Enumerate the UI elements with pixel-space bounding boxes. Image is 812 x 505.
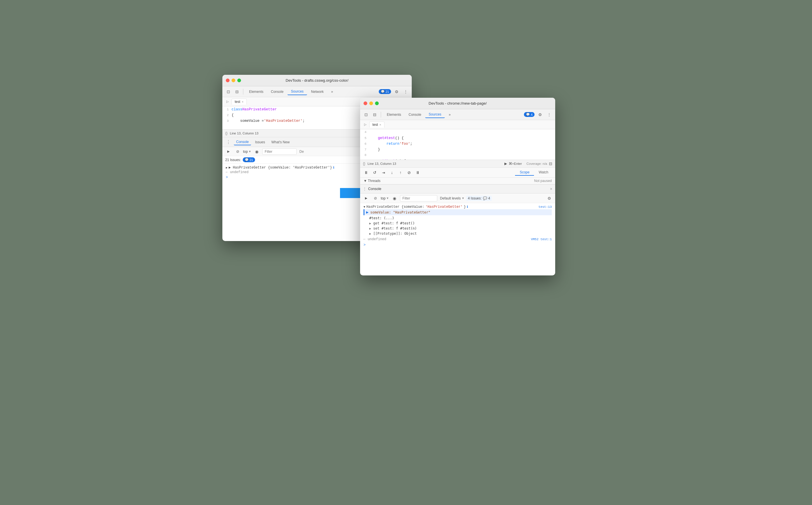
settings-icon-front[interactable]: ⚙ bbox=[536, 111, 544, 118]
eye-icon-back[interactable]: ◉ bbox=[253, 148, 260, 155]
prop-someValue: someValue: "HasPrivateGetter" bbox=[370, 210, 430, 214]
status-text-front: Line 13, Column 13 bbox=[367, 162, 396, 165]
stop-btn[interactable]: ⏸ bbox=[414, 169, 422, 176]
window-title-back: DevTools - drafts.csswg.org/css-color/ bbox=[286, 78, 349, 82]
default-label-back: De bbox=[300, 150, 304, 154]
scope-tab[interactable]: Scope bbox=[515, 169, 534, 176]
file-tab-front[interactable]: test × bbox=[369, 122, 384, 128]
tab-console-front[interactable]: Console bbox=[405, 112, 425, 118]
default-levels-front[interactable]: Default levels ▼ bbox=[440, 196, 465, 200]
file-tab-bar-front: ▷ test × bbox=[360, 120, 555, 129]
tab-bar-front: Elements Console Sources » bbox=[383, 111, 523, 118]
pause-btn[interactable]: ⏸ bbox=[362, 169, 370, 176]
minimize-button-back[interactable] bbox=[232, 78, 235, 82]
watch-tab[interactable]: Watch bbox=[534, 169, 553, 176]
not-paused: Not paused bbox=[534, 179, 552, 183]
tab-elements-back[interactable]: Elements bbox=[246, 89, 267, 95]
step-into-btn[interactable]: ↓ bbox=[388, 169, 396, 176]
file-tab-back[interactable]: test × bbox=[232, 99, 247, 105]
prop-test-row: #test: (...) bbox=[363, 215, 552, 221]
console-panel-header: ⋮ Console × bbox=[360, 184, 555, 193]
debugger-resume-icon-front[interactable]: ▷ bbox=[362, 122, 368, 128]
undefined-row-front: ← undefined VM52 test:1 bbox=[363, 236, 552, 242]
whats-new-tab-back[interactable]: What's New bbox=[269, 139, 292, 145]
console-panel-title: Console bbox=[368, 187, 381, 191]
threads-row: ▼ Threads Not paused bbox=[360, 178, 555, 184]
close-button-front[interactable] bbox=[363, 102, 367, 105]
code-line-5: 5 get #test() { bbox=[360, 136, 555, 142]
filter-input-back[interactable] bbox=[262, 149, 297, 155]
tab-sources-front[interactable]: Sources bbox=[425, 111, 445, 118]
cursor-arrow: ▶ bbox=[366, 210, 368, 215]
tab-bar-back: Elements Console Sources Network » bbox=[246, 88, 378, 95]
maximize-button-back[interactable] bbox=[237, 78, 241, 82]
code-line-4: 4 bbox=[360, 130, 555, 136]
play-icon-front[interactable]: ▶ bbox=[362, 195, 370, 202]
window-front: DevTools - chrome://new-tab-page/ ⊡ ⊟ El… bbox=[360, 98, 555, 276]
inspect-icon-front[interactable]: ⊡ bbox=[362, 111, 370, 118]
maximize-button-front[interactable] bbox=[375, 102, 379, 105]
stop-icon-back[interactable]: ⊘ bbox=[234, 148, 241, 155]
tab-elements-front[interactable]: Elements bbox=[383, 112, 404, 118]
deactivate-btn[interactable]: ⊘ bbox=[405, 169, 413, 176]
file-tab-close-front[interactable]: × bbox=[379, 123, 381, 126]
step-out-btn[interactable]: ↑ bbox=[397, 169, 404, 176]
device-icon[interactable]: ⊟ bbox=[233, 88, 241, 96]
source-ref-front[interactable]: test:13 bbox=[539, 205, 552, 209]
traffic-lights-back bbox=[226, 78, 241, 82]
file-tab-close-back[interactable]: × bbox=[242, 100, 243, 104]
badge-count-back: 21 bbox=[386, 90, 389, 94]
step-btn[interactable]: ↺ bbox=[371, 169, 378, 176]
coverage-icon-front[interactable]: ⊟ bbox=[549, 161, 552, 166]
title-bar-back: DevTools - drafts.csswg.org/css-color/ bbox=[222, 75, 412, 86]
code-line-8: 8 bbox=[360, 153, 555, 159]
code-area-front: 4 5 get #test() { 6 return 'foo'; 7 } 8 bbox=[360, 129, 555, 160]
minimize-button-front[interactable] bbox=[369, 102, 373, 105]
settings-console-icon-front[interactable]: ⚙ bbox=[546, 195, 553, 202]
more-icon-back[interactable]: ⋮ bbox=[402, 88, 410, 96]
issues-badge-back: 💬 21 bbox=[243, 157, 255, 162]
issues-tab-back[interactable]: Issues bbox=[253, 139, 267, 145]
more-icon-front[interactable]: ⋮ bbox=[546, 111, 553, 118]
close-button-back[interactable] bbox=[226, 78, 230, 82]
filter-input-front[interactable] bbox=[400, 195, 437, 201]
badge-icon-back: 💬 bbox=[381, 90, 385, 94]
proto-row: ▶ [[Prototype]]: Object bbox=[363, 231, 552, 236]
title-bar-front: DevTools - chrome://new-tab-page/ bbox=[360, 98, 555, 109]
play-icon-back[interactable]: ▶ bbox=[225, 148, 232, 155]
braces-icon-back: {} bbox=[225, 131, 228, 135]
window-title-front: DevTools - chrome://new-tab-page/ bbox=[429, 101, 487, 106]
devtools-toolbar-front: ⊡ ⊟ Elements Console Sources » 💬 4 ⚙ ⋮ bbox=[360, 109, 555, 120]
set-test-row: ▶ set #test: f #test(n) bbox=[363, 226, 552, 231]
step-over-btn[interactable]: ⇥ bbox=[380, 169, 387, 176]
tab-console-back[interactable]: Console bbox=[267, 89, 287, 95]
toolbar-sep bbox=[243, 89, 243, 95]
status-bar-front: {} Line 13, Column 13 ▶ ⌘+Enter Coverage… bbox=[360, 160, 555, 168]
threads-label: ▼ Threads bbox=[363, 179, 380, 183]
debugger-resume-icon-back[interactable]: ▷ bbox=[225, 99, 230, 105]
settings-icon-back[interactable]: ⚙ bbox=[393, 88, 400, 96]
inspect-icon[interactable]: ⊡ bbox=[225, 88, 232, 96]
console-output-front: ▼ HasPrivateGetter {someValue: 'HasPriva… bbox=[360, 203, 555, 249]
console-more-back[interactable]: ⋮ bbox=[225, 138, 232, 146]
code-line-7: 7 } bbox=[360, 148, 555, 153]
device-icon-front[interactable]: ⊟ bbox=[371, 111, 378, 118]
top-selector-back[interactable]: top ▼ bbox=[243, 150, 251, 154]
stop-icon-front[interactable]: ⊘ bbox=[372, 195, 379, 202]
filter-bar-front: ▶ ⊘ top ▼ ◉ Default levels ▼ 4 Issues: 💬… bbox=[360, 193, 555, 203]
badge-front: 💬 4 bbox=[524, 112, 535, 117]
tab-network-back[interactable]: Network bbox=[308, 89, 327, 95]
tab-more-front[interactable]: » bbox=[445, 112, 454, 118]
badge-back: 💬 21 bbox=[379, 89, 391, 94]
close-panel-btn[interactable]: × bbox=[550, 187, 552, 191]
get-test-row: ▶ get #test: f #test() bbox=[363, 221, 552, 226]
top-selector-front[interactable]: top ▼ bbox=[381, 196, 389, 200]
eye-icon-front[interactable]: ◉ bbox=[391, 195, 398, 202]
vm-ref-front[interactable]: VM52 test:1 bbox=[531, 237, 552, 241]
tab-sources-back[interactable]: Sources bbox=[287, 88, 307, 95]
traffic-lights-front bbox=[363, 102, 379, 105]
console-tab-back[interactable]: Console bbox=[234, 139, 251, 145]
console-drag-icon[interactable]: ⋮ bbox=[363, 187, 366, 191]
devtools-toolbar-back: ⊡ ⊟ Elements Console Sources Network » 💬… bbox=[222, 86, 412, 97]
tab-more-back[interactable]: » bbox=[328, 89, 337, 95]
